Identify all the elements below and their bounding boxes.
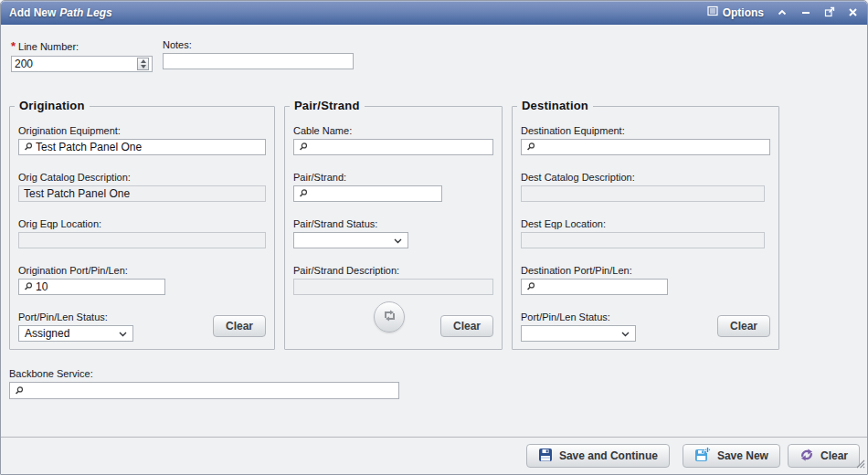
options-label: Options (723, 6, 764, 19)
origination-port-pin-len-label: Origination Port/Pin/Len: (18, 265, 266, 276)
destination-equipment-label: Destination Equipment: (521, 125, 770, 136)
destination-equipment-input[interactable] (538, 141, 767, 153)
orig-port-pin-len-status-select[interactable]: Assigned (18, 325, 133, 342)
pair-strand-input[interactable] (311, 187, 439, 200)
spinner-down-icon[interactable] (141, 65, 146, 69)
cable-name-label: Cable Name: (293, 125, 493, 136)
cable-name-input[interactable] (311, 141, 490, 153)
destination-group: Destination Destination Equipment: Dest … (512, 106, 779, 350)
close-button[interactable] (847, 6, 859, 18)
notes-field (163, 53, 354, 69)
dialog-title-prefix: Add New (9, 6, 56, 19)
save-and-continue-button[interactable]: Save and Continue (526, 444, 670, 468)
backbone-service-input[interactable] (26, 385, 396, 397)
origination-group: Origination Origination Equipment: Orig … (9, 106, 275, 350)
search-icon (24, 279, 33, 295)
chevron-down-icon (119, 327, 127, 340)
origination-equipment-input[interactable] (36, 141, 262, 153)
origination-port-pin-len-field (18, 279, 165, 295)
options-list-icon (707, 5, 718, 19)
refresh-icon (799, 448, 814, 465)
chevron-down-icon (394, 234, 402, 247)
options-button[interactable]: Options (707, 5, 764, 19)
popout-button[interactable] (823, 6, 835, 18)
spinner-up-icon[interactable] (141, 59, 146, 63)
line-number-spinner[interactable] (137, 58, 149, 70)
dest-port-pin-len-status-select[interactable] (521, 325, 636, 342)
orig-eqp-location-value (18, 232, 266, 248)
destination-port-pin-len-input[interactable] (538, 280, 664, 293)
pair-strand-status-select[interactable] (293, 232, 408, 248)
orig-catalog-description-label: Orig Catalog Description: (18, 172, 266, 183)
search-icon (299, 185, 308, 202)
close-icon (848, 5, 858, 21)
origination-equipment-field (18, 139, 266, 155)
dialog-footer: Save and Continue Save New (1, 437, 867, 474)
pair-strand-label: Pair/Strand: (293, 172, 493, 183)
footer-clear-button[interactable]: Clear (788, 444, 860, 468)
add-path-legs-dialog: Add NewPath Legs Options (0, 0, 868, 475)
destination-port-pin-len-field (521, 279, 668, 295)
notes-input[interactable] (166, 55, 350, 68)
search-icon (526, 279, 535, 295)
backbone-service-field (9, 382, 399, 399)
destination-clear-button[interactable]: Clear (717, 315, 770, 337)
chevron-down-icon (621, 327, 630, 340)
minus-icon (800, 5, 811, 21)
line-number-field (11, 56, 153, 72)
collapse-button[interactable] (776, 6, 788, 18)
pair-strand-description-value (293, 279, 493, 295)
backbone-service-label: Backbone Service: (9, 368, 859, 379)
notes-label: Notes: (163, 39, 354, 50)
search-icon (526, 139, 535, 155)
resize-grip[interactable] (853, 456, 865, 472)
diagonal-grip-icon (853, 456, 865, 471)
search-icon (299, 139, 308, 155)
search-icon (15, 383, 24, 399)
origination-equipment-label: Origination Equipment: (18, 125, 266, 136)
dest-catalog-description-value (521, 185, 765, 202)
save-new-button[interactable]: Save New (683, 444, 780, 468)
origination-clear-button[interactable]: Clear (213, 315, 266, 337)
destination-group-title: Destination (517, 99, 593, 112)
orig-status-value: Assigned (25, 327, 119, 340)
line-number-input[interactable] (15, 58, 134, 70)
cycle-arrows-icon (382, 309, 397, 325)
pair-strand-description-label: Pair/Strand Description: (293, 265, 493, 276)
dialog-title-emphasis: Path Legs (59, 6, 111, 19)
swap-origination-destination-button[interactable] (374, 301, 405, 332)
arrow-out-icon (824, 5, 835, 21)
destination-equipment-field (521, 139, 770, 155)
cable-name-field (293, 139, 493, 155)
chevron-up-icon (777, 5, 788, 21)
line-number-label: *Line Number: (11, 39, 153, 53)
pair-strand-group-title: Pair/Strand (290, 99, 365, 112)
dest-catalog-description-label: Dest Catalog Description: (521, 172, 770, 183)
required-asterisk: * (11, 39, 16, 53)
save-new-icon (694, 447, 711, 465)
minimize-button[interactable] (799, 6, 811, 18)
dialog-title: Add NewPath Legs (9, 6, 112, 19)
origination-group-title: Origination (15, 99, 90, 112)
origination-port-pin-len-input[interactable] (36, 280, 162, 293)
dest-eqp-location-label: Dest Eqp Location: (521, 218, 770, 229)
orig-eqp-location-label: Orig Eqp Location: (18, 218, 266, 229)
orig-catalog-description-value: Test Patch Panel One (18, 185, 266, 202)
pair-strand-status-label: Pair/Strand Status: (293, 218, 493, 229)
pair-strand-field (293, 185, 442, 202)
search-icon (24, 139, 33, 155)
destination-port-pin-len-label: Destination Port/Pin/Len: (521, 265, 770, 276)
pair-strand-group: Pair/Strand Cable Name: Pair/Strand: Pai… (284, 106, 503, 350)
dialog-titlebar[interactable]: Add NewPath Legs Options (1, 1, 867, 25)
save-icon (538, 448, 553, 465)
dest-eqp-location-value (521, 232, 765, 248)
pair-strand-clear-button[interactable]: Clear (440, 315, 493, 337)
